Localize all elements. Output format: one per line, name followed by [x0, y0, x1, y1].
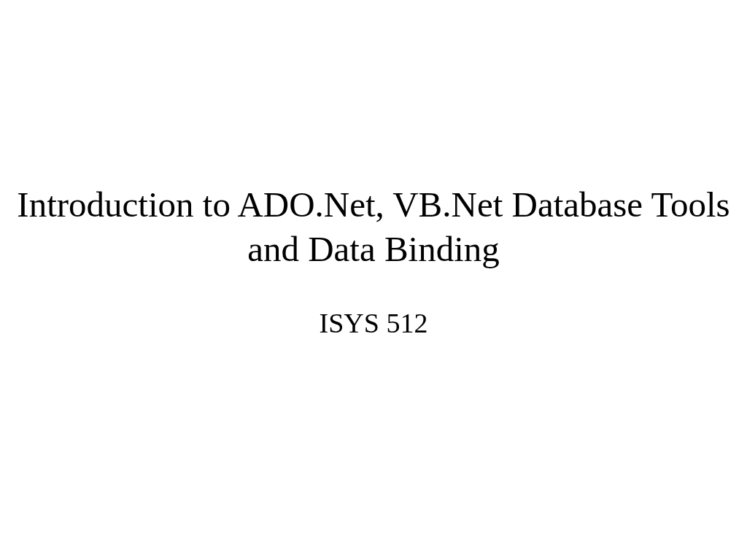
slide-title: Introduction to ADO.Net, VB.Net Database… — [0, 182, 747, 272]
slide-subtitle: ISYS 512 — [320, 307, 428, 339]
